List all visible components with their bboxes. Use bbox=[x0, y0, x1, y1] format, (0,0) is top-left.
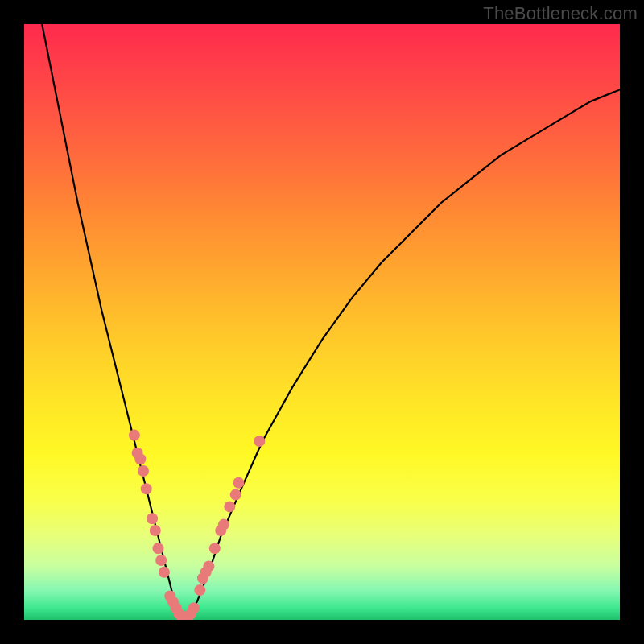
plot-area bbox=[24, 24, 620, 620]
data-marker bbox=[230, 489, 242, 501]
data-marker bbox=[188, 602, 200, 613]
data-marker bbox=[218, 519, 229, 530]
chart-frame: TheBottleneck.com bbox=[0, 0, 644, 644]
data-marker bbox=[194, 584, 205, 596]
data-marker bbox=[141, 483, 152, 494]
data-marker bbox=[147, 513, 158, 524]
data-marker bbox=[224, 501, 235, 512]
data-marker bbox=[134, 453, 146, 464]
data-marker bbox=[129, 430, 140, 441]
data-marker bbox=[138, 465, 149, 477]
data-marker bbox=[209, 543, 221, 554]
data-marker bbox=[155, 555, 167, 566]
data-marker bbox=[254, 436, 265, 447]
data-marker bbox=[159, 567, 170, 578]
chart-svg bbox=[24, 24, 620, 620]
data-marker bbox=[150, 525, 161, 536]
bottleneck-curve bbox=[42, 24, 620, 620]
data-marker bbox=[203, 560, 214, 572]
watermark-text: TheBottleneck.com bbox=[483, 3, 638, 24]
data-marker bbox=[153, 543, 164, 554]
marker-group bbox=[129, 430, 265, 620]
data-marker bbox=[233, 477, 244, 489]
